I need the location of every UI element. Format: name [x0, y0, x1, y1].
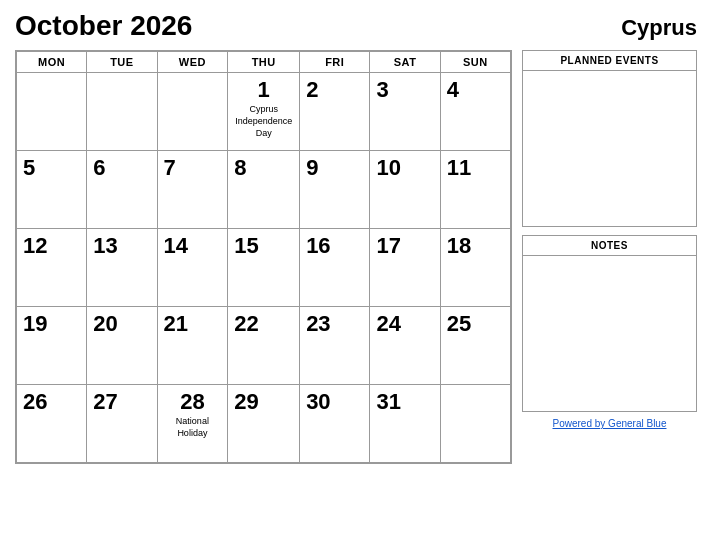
- day-number: 14: [164, 234, 222, 258]
- weekday-fri: FRI: [300, 52, 370, 73]
- day-number: 16: [306, 234, 363, 258]
- week-row-2: 567891011: [17, 151, 511, 229]
- day-number: 4: [447, 78, 504, 102]
- calendar-cell: 22: [228, 307, 300, 385]
- calendar-cell: 8: [228, 151, 300, 229]
- calendar-cell: 30: [300, 385, 370, 463]
- calendar-cell: 1Cyprus Independence Day: [228, 73, 300, 151]
- day-number: 27: [93, 390, 150, 414]
- day-number: 15: [234, 234, 293, 258]
- calendar-cell: 11: [440, 151, 510, 229]
- planned-events-content: [523, 71, 696, 226]
- week-row-4: 19202122232425: [17, 307, 511, 385]
- planned-events-header: PLANNED EVENTS: [523, 51, 696, 71]
- main-layout: MONTUEWEDTHUFRISATSUN 1Cyprus Independen…: [15, 50, 697, 464]
- day-number: 26: [23, 390, 80, 414]
- day-number: 11: [447, 156, 504, 180]
- weekday-sun: SUN: [440, 52, 510, 73]
- day-number: 10: [376, 156, 433, 180]
- weekday-tue: TUE: [87, 52, 157, 73]
- calendar-cell: 15: [228, 229, 300, 307]
- calendar-cell: 29: [228, 385, 300, 463]
- day-number: 31: [376, 390, 433, 414]
- calendar-cell: 6: [87, 151, 157, 229]
- day-number: 6: [93, 156, 150, 180]
- day-number: 8: [234, 156, 293, 180]
- calendar-cell: 20: [87, 307, 157, 385]
- day-number: 28: [164, 390, 222, 414]
- day-number: 2: [306, 78, 363, 102]
- day-number: 20: [93, 312, 150, 336]
- day-number: 12: [23, 234, 80, 258]
- week-row-5: 262728National Holiday293031: [17, 385, 511, 463]
- day-number: 22: [234, 312, 293, 336]
- country-title: Cyprus: [621, 15, 697, 41]
- calendar-cell: 3: [370, 73, 440, 151]
- month-title: October 2026: [15, 10, 192, 42]
- calendar-cell: 12: [17, 229, 87, 307]
- calendar-cell: 21: [157, 307, 228, 385]
- calendar-cell: 14: [157, 229, 228, 307]
- holiday-name: Cyprus Independence Day: [234, 104, 293, 139]
- calendar-cell: 18: [440, 229, 510, 307]
- day-number: 5: [23, 156, 80, 180]
- calendar-cell: 19: [17, 307, 87, 385]
- calendar-cell: [440, 385, 510, 463]
- calendar-cell: 31: [370, 385, 440, 463]
- calendar-cell: 24: [370, 307, 440, 385]
- calendar-grid: MONTUEWEDTHUFRISATSUN 1Cyprus Independen…: [16, 51, 511, 463]
- calendar-cell: 26: [17, 385, 87, 463]
- weekday-thu: THU: [228, 52, 300, 73]
- weekday-header-row: MONTUEWEDTHUFRISATSUN: [17, 52, 511, 73]
- notes-content: [523, 256, 696, 411]
- weekday-mon: MON: [17, 52, 87, 73]
- holiday-name: National Holiday: [164, 416, 222, 439]
- notes-box: NOTES: [522, 235, 697, 412]
- day-number: 29: [234, 390, 293, 414]
- calendar-cell: [157, 73, 228, 151]
- calendar-cell: 17: [370, 229, 440, 307]
- day-number: 23: [306, 312, 363, 336]
- day-number: 18: [447, 234, 504, 258]
- day-number: 1: [234, 78, 293, 102]
- week-row-1: 1Cyprus Independence Day234: [17, 73, 511, 151]
- day-number: 21: [164, 312, 222, 336]
- day-number: 9: [306, 156, 363, 180]
- day-number: 30: [306, 390, 363, 414]
- calendar-cell: [87, 73, 157, 151]
- calendar-cell: 5: [17, 151, 87, 229]
- calendar-cell: [17, 73, 87, 151]
- calendar-cell: 16: [300, 229, 370, 307]
- week-row-3: 12131415161718: [17, 229, 511, 307]
- calendar-cell: 13: [87, 229, 157, 307]
- planned-events-box: PLANNED EVENTS: [522, 50, 697, 227]
- sidebar: PLANNED EVENTS NOTES Powered by General …: [522, 50, 697, 464]
- calendar-cell: 27: [87, 385, 157, 463]
- day-number: 7: [164, 156, 222, 180]
- calendar-cell: 10: [370, 151, 440, 229]
- day-number: 3: [376, 78, 433, 102]
- calendar-section: MONTUEWEDTHUFRISATSUN 1Cyprus Independen…: [15, 50, 512, 464]
- calendar-cell: 25: [440, 307, 510, 385]
- calendar-body: 1Cyprus Independence Day2345678910111213…: [17, 73, 511, 463]
- day-number: 17: [376, 234, 433, 258]
- powered-by: Powered by General Blue: [522, 418, 697, 429]
- calendar-cell: 28National Holiday: [157, 385, 228, 463]
- day-number: 13: [93, 234, 150, 258]
- calendar-cell: 4: [440, 73, 510, 151]
- calendar-cell: 2: [300, 73, 370, 151]
- day-number: 25: [447, 312, 504, 336]
- notes-header: NOTES: [523, 236, 696, 256]
- weekday-wed: WED: [157, 52, 228, 73]
- calendar-cell: 9: [300, 151, 370, 229]
- day-number: 24: [376, 312, 433, 336]
- day-number: 19: [23, 312, 80, 336]
- calendar-cell: 7: [157, 151, 228, 229]
- weekday-sat: SAT: [370, 52, 440, 73]
- calendar-cell: 23: [300, 307, 370, 385]
- powered-by-link[interactable]: Powered by General Blue: [553, 418, 667, 429]
